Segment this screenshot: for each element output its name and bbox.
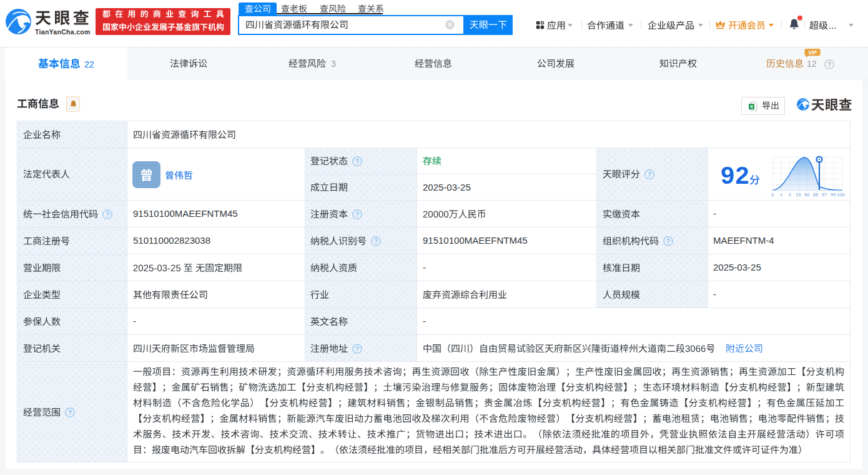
svg-text:?: ?	[373, 238, 378, 245]
svg-text:X: X	[750, 104, 753, 109]
svg-text:VIP: VIP	[808, 49, 817, 56]
svg-text:?: ?	[827, 61, 831, 68]
svg-text:?: ?	[355, 158, 359, 165]
svg-text:?: ?	[647, 171, 651, 178]
svg-text:?: ?	[355, 211, 359, 218]
svg-text:?: ?	[67, 409, 72, 416]
svg-text:?: ?	[666, 238, 670, 245]
svg-text:?: ?	[105, 211, 109, 218]
svg-text:?: ?	[355, 345, 359, 352]
